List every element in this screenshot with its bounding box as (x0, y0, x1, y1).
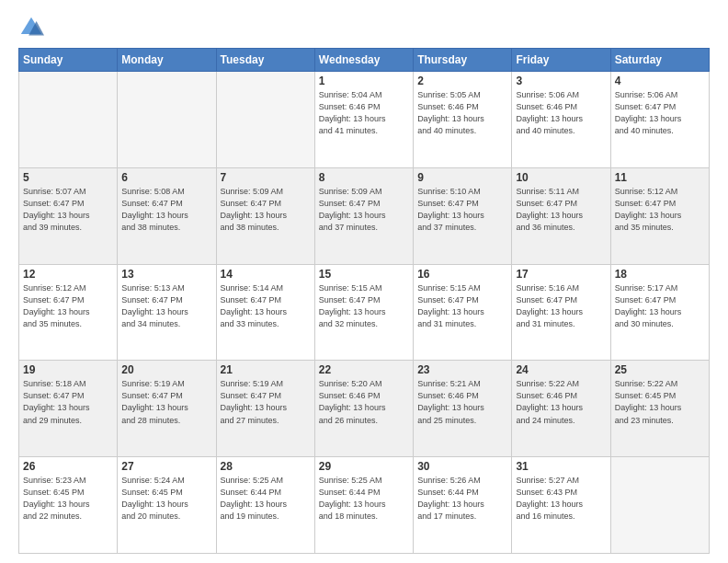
day-info: Sunrise: 5:11 AM Sunset: 6:47 PM Dayligh… (516, 186, 606, 234)
day-info: Sunrise: 5:07 AM Sunset: 6:47 PM Dayligh… (23, 186, 113, 234)
calendar-table: SundayMondayTuesdayWednesdayThursdayFrid… (18, 48, 710, 554)
calendar-cell: 28Sunrise: 5:25 AM Sunset: 6:44 PM Dayli… (216, 457, 314, 554)
day-info: Sunrise: 5:22 AM Sunset: 6:45 PM Dayligh… (615, 378, 705, 426)
weekday-header-row: SundayMondayTuesdayWednesdayThursdayFrid… (19, 49, 710, 72)
day-info: Sunrise: 5:19 AM Sunset: 6:47 PM Dayligh… (221, 378, 311, 426)
day-info: Sunrise: 5:25 AM Sunset: 6:44 PM Dayligh… (319, 475, 409, 523)
weekday-header-sunday: Sunday (19, 49, 118, 72)
calendar-cell (610, 457, 709, 554)
calendar-cell: 27Sunrise: 5:24 AM Sunset: 6:45 PM Dayli… (118, 457, 216, 554)
day-info: Sunrise: 5:15 AM Sunset: 6:47 PM Dayligh… (417, 282, 507, 330)
calendar-cell: 24Sunrise: 5:22 AM Sunset: 6:46 PM Dayli… (512, 361, 610, 457)
calendar-cell: 18Sunrise: 5:17 AM Sunset: 6:47 PM Dayli… (610, 264, 709, 361)
calendar-cell: 14Sunrise: 5:14 AM Sunset: 6:47 PM Dayli… (216, 264, 314, 361)
day-info: Sunrise: 5:06 AM Sunset: 6:47 PM Dayligh… (615, 89, 705, 137)
day-info: Sunrise: 5:12 AM Sunset: 6:47 PM Dayligh… (23, 282, 113, 330)
day-number: 16 (417, 268, 507, 281)
day-number: 25 (615, 363, 705, 376)
day-info: Sunrise: 5:14 AM Sunset: 6:47 PM Dayligh… (221, 282, 311, 330)
day-info: Sunrise: 5:27 AM Sunset: 6:43 PM Dayligh… (516, 475, 606, 523)
logo-icon (18, 15, 44, 40)
day-number: 2 (417, 75, 507, 87)
calendar-cell: 15Sunrise: 5:15 AM Sunset: 6:47 PM Dayli… (314, 264, 413, 361)
day-info: Sunrise: 5:09 AM Sunset: 6:47 PM Dayligh… (319, 186, 409, 234)
day-number: 22 (319, 363, 409, 376)
day-number: 23 (417, 363, 507, 376)
day-info: Sunrise: 5:21 AM Sunset: 6:46 PM Dayligh… (417, 378, 507, 426)
day-number: 1 (319, 75, 409, 87)
day-info: Sunrise: 5:13 AM Sunset: 6:47 PM Dayligh… (121, 282, 211, 330)
calendar-cell: 2Sunrise: 5:05 AM Sunset: 6:46 PM Daylig… (414, 72, 512, 168)
calendar-week-row: 26Sunrise: 5:23 AM Sunset: 6:45 PM Dayli… (19, 457, 710, 554)
day-info: Sunrise: 5:24 AM Sunset: 6:45 PM Dayligh… (121, 475, 211, 523)
calendar-cell: 3Sunrise: 5:06 AM Sunset: 6:46 PM Daylig… (512, 72, 610, 168)
calendar-cell: 30Sunrise: 5:26 AM Sunset: 6:44 PM Dayli… (414, 457, 512, 554)
day-info: Sunrise: 5:26 AM Sunset: 6:44 PM Dayligh… (417, 475, 507, 523)
day-number: 9 (417, 171, 507, 184)
weekday-header-friday: Friday (512, 49, 610, 72)
day-info: Sunrise: 5:23 AM Sunset: 6:45 PM Dayligh… (23, 475, 113, 523)
day-info: Sunrise: 5:19 AM Sunset: 6:47 PM Dayligh… (121, 378, 211, 426)
day-number: 17 (516, 268, 606, 281)
day-number: 14 (221, 268, 311, 281)
calendar-cell (118, 72, 216, 168)
day-number: 3 (516, 75, 606, 87)
calendar-cell: 5Sunrise: 5:07 AM Sunset: 6:47 PM Daylig… (19, 167, 118, 264)
day-number: 19 (23, 363, 113, 376)
calendar-cell: 13Sunrise: 5:13 AM Sunset: 6:47 PM Dayli… (118, 264, 216, 361)
logo (18, 15, 48, 40)
day-number: 10 (516, 171, 606, 184)
calendar-cell: 21Sunrise: 5:19 AM Sunset: 6:47 PM Dayli… (216, 361, 314, 457)
day-number: 27 (121, 460, 211, 473)
day-info: Sunrise: 5:20 AM Sunset: 6:46 PM Dayligh… (319, 378, 409, 426)
day-info: Sunrise: 5:17 AM Sunset: 6:47 PM Dayligh… (615, 282, 705, 330)
weekday-header-thursday: Thursday (414, 49, 512, 72)
day-number: 12 (23, 268, 113, 281)
day-number: 21 (221, 363, 311, 376)
calendar-cell: 23Sunrise: 5:21 AM Sunset: 6:46 PM Dayli… (414, 361, 512, 457)
calendar-cell: 12Sunrise: 5:12 AM Sunset: 6:47 PM Dayli… (19, 264, 118, 361)
day-info: Sunrise: 5:22 AM Sunset: 6:46 PM Dayligh… (516, 378, 606, 426)
day-info: Sunrise: 5:16 AM Sunset: 6:47 PM Dayligh… (516, 282, 606, 330)
calendar-cell: 11Sunrise: 5:12 AM Sunset: 6:47 PM Dayli… (610, 167, 709, 264)
calendar-week-row: 5Sunrise: 5:07 AM Sunset: 6:47 PM Daylig… (19, 167, 710, 264)
header (18, 15, 710, 40)
day-info: Sunrise: 5:15 AM Sunset: 6:47 PM Dayligh… (319, 282, 409, 330)
calendar-cell (19, 72, 118, 168)
day-info: Sunrise: 5:18 AM Sunset: 6:47 PM Dayligh… (23, 378, 113, 426)
weekday-header-monday: Monday (118, 49, 216, 72)
day-info: Sunrise: 5:12 AM Sunset: 6:47 PM Dayligh… (615, 186, 705, 234)
calendar-cell: 17Sunrise: 5:16 AM Sunset: 6:47 PM Dayli… (512, 264, 610, 361)
calendar-cell: 6Sunrise: 5:08 AM Sunset: 6:47 PM Daylig… (118, 167, 216, 264)
calendar-week-row: 19Sunrise: 5:18 AM Sunset: 6:47 PM Dayli… (19, 361, 710, 457)
calendar-cell: 8Sunrise: 5:09 AM Sunset: 6:47 PM Daylig… (314, 167, 413, 264)
calendar-cell: 4Sunrise: 5:06 AM Sunset: 6:47 PM Daylig… (610, 72, 709, 168)
calendar-cell: 29Sunrise: 5:25 AM Sunset: 6:44 PM Dayli… (314, 457, 413, 554)
day-number: 7 (221, 171, 311, 184)
day-number: 31 (516, 460, 606, 473)
day-number: 11 (615, 171, 705, 184)
day-info: Sunrise: 5:25 AM Sunset: 6:44 PM Dayligh… (221, 475, 311, 523)
weekday-header-wednesday: Wednesday (314, 49, 413, 72)
day-number: 20 (121, 363, 211, 376)
calendar-week-row: 1Sunrise: 5:04 AM Sunset: 6:46 PM Daylig… (19, 72, 710, 168)
day-info: Sunrise: 5:06 AM Sunset: 6:46 PM Dayligh… (516, 89, 606, 137)
day-number: 4 (615, 75, 705, 87)
day-info: Sunrise: 5:10 AM Sunset: 6:47 PM Dayligh… (417, 186, 507, 234)
day-number: 6 (121, 171, 211, 184)
calendar-cell: 16Sunrise: 5:15 AM Sunset: 6:47 PM Dayli… (414, 264, 512, 361)
calendar-cell: 25Sunrise: 5:22 AM Sunset: 6:45 PM Dayli… (610, 361, 709, 457)
day-number: 13 (121, 268, 211, 281)
calendar-cell: 22Sunrise: 5:20 AM Sunset: 6:46 PM Dayli… (314, 361, 413, 457)
calendar-week-row: 12Sunrise: 5:12 AM Sunset: 6:47 PM Dayli… (19, 264, 710, 361)
day-info: Sunrise: 5:08 AM Sunset: 6:47 PM Dayligh… (121, 186, 211, 234)
calendar-cell (216, 72, 314, 168)
weekday-header-saturday: Saturday (610, 49, 709, 72)
calendar-cell: 9Sunrise: 5:10 AM Sunset: 6:47 PM Daylig… (414, 167, 512, 264)
calendar-cell: 20Sunrise: 5:19 AM Sunset: 6:47 PM Dayli… (118, 361, 216, 457)
page: SundayMondayTuesdayWednesdayThursdayFrid… (0, 0, 728, 563)
day-number: 8 (319, 171, 409, 184)
calendar-cell: 7Sunrise: 5:09 AM Sunset: 6:47 PM Daylig… (216, 167, 314, 264)
day-info: Sunrise: 5:04 AM Sunset: 6:46 PM Dayligh… (319, 89, 409, 137)
calendar-cell: 10Sunrise: 5:11 AM Sunset: 6:47 PM Dayli… (512, 167, 610, 264)
